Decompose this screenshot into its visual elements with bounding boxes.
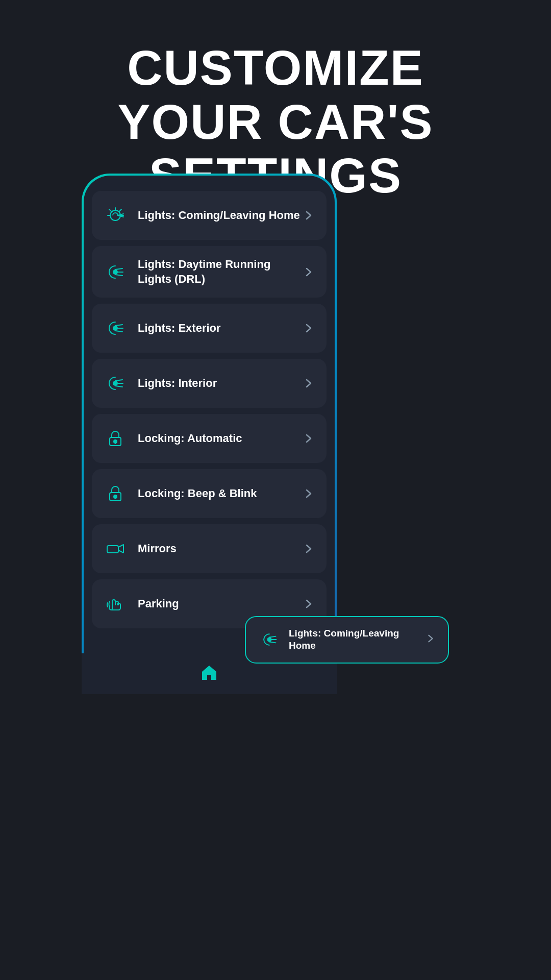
svg-line-8 <box>115 325 122 326</box>
menu-item-locking-automatic[interactable]: Locking: Automatic <box>92 414 327 463</box>
svg-point-7 <box>113 270 117 274</box>
menu-label-lights-coming-leaving: Lights: Coming/Leaving Home <box>138 208 301 223</box>
svg-rect-22 <box>107 546 118 553</box>
lock-icon-1 <box>102 425 129 452</box>
menu-label-locking-beep-blink: Locking: Beep & Blink <box>138 486 301 501</box>
menu-label-locking-automatic: Locking: Automatic <box>138 431 301 446</box>
menu-label-lights-interior: Lights: Interior <box>138 376 301 391</box>
home-icon[interactable] <box>200 664 218 684</box>
menu-item-lights-interior[interactable]: Lights: Interior <box>92 359 327 408</box>
tooltip-card[interactable]: Lights: Coming/Leaving Home <box>245 616 335 664</box>
menu-item-mirrors[interactable]: Mirrors <box>92 524 327 573</box>
phone-mockup: Lights: Coming/Leaving Home <box>82 174 337 929</box>
chevron-icon-2 <box>301 264 316 280</box>
headlight-icon-2 <box>102 259 129 285</box>
chevron-icon-3 <box>301 321 316 336</box>
headlight-icon-3 <box>102 315 129 341</box>
chevron-icon-4 <box>301 376 316 391</box>
svg-point-27 <box>267 638 271 642</box>
parking-icon <box>102 591 129 617</box>
menu-label-mirrors: Mirrors <box>138 542 301 556</box>
menu-list: Lights: Coming/Leaving Home <box>92 186 327 628</box>
svg-line-24 <box>269 636 276 638</box>
svg-line-6 <box>115 275 122 276</box>
menu-item-locking-beep-blink[interactable]: Locking: Beep & Blink <box>92 469 327 518</box>
svg-point-11 <box>113 326 117 330</box>
headlight-icon-4 <box>102 370 129 397</box>
tooltip-label: Lights: Coming/Leaving Home <box>289 627 335 652</box>
phone-frame: Lights: Coming/Leaving Home <box>82 174 337 694</box>
svg-line-12 <box>115 380 122 381</box>
chevron-icon-6 <box>301 486 316 501</box>
chevron-icon-8 <box>301 596 316 611</box>
svg-marker-23 <box>118 545 123 553</box>
menu-label-lights-exterior: Lights: Exterior <box>138 321 301 336</box>
menu-item-lights-exterior[interactable]: Lights: Exterior <box>92 304 327 353</box>
chevron-icon-5 <box>301 431 316 446</box>
svg-line-4 <box>115 268 122 270</box>
menu-label-lights-drl: Lights: Daytime Running Lights (DRL) <box>138 257 301 286</box>
mirror-icon <box>102 535 129 562</box>
svg-point-15 <box>113 381 117 385</box>
menu-item-lights-coming-leaving[interactable]: Lights: Coming/Leaving Home <box>92 191 327 240</box>
tooltip-headlight-icon <box>258 628 281 651</box>
svg-line-14 <box>115 386 122 387</box>
phone-screen: Lights: Coming/Leaving Home <box>84 176 335 692</box>
menu-item-lights-drl[interactable]: Lights: Daytime Running Lights (DRL) <box>92 246 327 298</box>
lock-icon-2 <box>102 480 129 507</box>
svg-line-26 <box>269 642 276 643</box>
menu-label-parking: Parking <box>138 597 301 611</box>
chevron-icon <box>301 208 316 223</box>
headlight-icon-1 <box>102 202 129 229</box>
chevron-icon-7 <box>301 541 316 556</box>
svg-line-10 <box>115 331 122 332</box>
